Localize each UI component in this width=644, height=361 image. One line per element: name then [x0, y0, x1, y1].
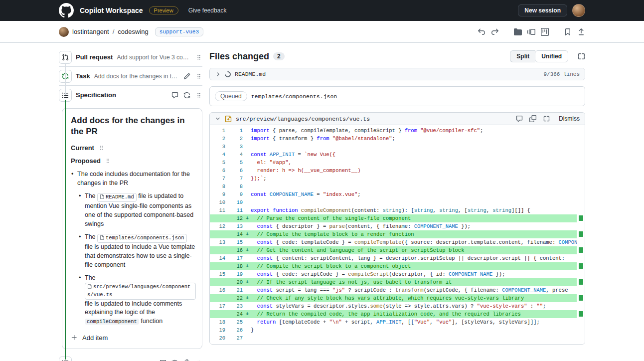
- diff-row-added: 24+ // Return the compiled code, the app…: [210, 310, 577, 318]
- ruler-added-mark: [579, 263, 583, 269]
- spec-bullet-item: The README.md file is updated to mention…: [78, 192, 196, 228]
- file-name: README.md: [235, 71, 266, 77]
- drag-handle-icon[interactable]: [195, 73, 202, 80]
- ruler-added-mark: [579, 215, 583, 221]
- spec-proposed-section[interactable]: Proposed: [71, 157, 196, 165]
- diff-row: 1926}: [210, 326, 577, 334]
- diff-row: 22import { transform } from "@babel/stan…: [210, 135, 577, 143]
- spec-bullet-list: The code includes documentation for the …: [71, 170, 196, 326]
- redo-icon[interactable]: [491, 28, 499, 36]
- specification-label: Specification: [76, 91, 116, 99]
- dismiss-button[interactable]: Dismiss: [559, 115, 580, 122]
- diff-row: 1519 const { code: scriptCode } = compil…: [210, 270, 577, 278]
- file-row-components-json[interactable]: Queued templates/components.json: [210, 87, 585, 106]
- diff-row: 1723 const styleVars = descriptor.styles…: [210, 302, 577, 310]
- unified-view-button[interactable]: Unified: [535, 50, 568, 62]
- top-bar: Copilot Workspace Preview Give feedback …: [0, 0, 644, 21]
- breadcrumb-owner-link[interactable]: lostintangent: [72, 28, 109, 35]
- copy-icon[interactable]: [529, 115, 536, 122]
- edit-task-icon[interactable]: [183, 73, 190, 80]
- main-layout: Pull request Add support for Vue 3 compo…: [59, 43, 585, 361]
- sidebar-item-plan[interactable]: Plan: [59, 354, 202, 361]
- queued-badge: Queued: [215, 91, 247, 101]
- give-feedback-link[interactable]: Give feedback: [188, 7, 227, 14]
- file-row-vue-ts[interactable]: src/preview/languages/components/vue.ts …: [210, 113, 585, 125]
- diff-editor[interactable]: 11import { parse, compileTemplate, compi…: [210, 125, 585, 344]
- diff-row: 88: [210, 182, 577, 190]
- expand-icon[interactable]: [543, 115, 550, 122]
- diff-row: 55 el: "#app",: [210, 159, 577, 167]
- file-name: templates/components.json: [251, 93, 337, 100]
- comment-icon[interactable]: [171, 92, 178, 99]
- diff-row: 2027: [210, 334, 577, 342]
- timeline-connector: [65, 63, 66, 95]
- share-icon[interactable]: [577, 28, 585, 36]
- breadcrumb-separator: /: [113, 28, 115, 35]
- file-diff-icon: [225, 115, 232, 122]
- file-card-vue-ts: src/preview/languages/components/vue.ts …: [209, 112, 585, 345]
- drag-handle-icon[interactable]: [195, 92, 202, 99]
- diff-row: 44const APP_INIT = `new Vue({: [210, 151, 577, 159]
- diff-row-added: 20+ // If the script language is not js,…: [210, 278, 577, 286]
- line-progress: 9/366 lines: [543, 71, 580, 77]
- pull-request-label: Pull request: [76, 53, 113, 61]
- file-chip[interactable]: src/preview/languages/components/vue.ts: [85, 283, 196, 300]
- diff-row: 1621 const script = lang === "js" ? scri…: [210, 286, 577, 294]
- current-label: Current: [71, 144, 94, 152]
- drag-handle-icon[interactable]: [195, 54, 202, 61]
- drag-handle-icon[interactable]: [105, 158, 111, 164]
- user-avatar[interactable]: [572, 4, 585, 17]
- ruler-added-mark: [579, 247, 583, 253]
- sidebar-item-pull-request[interactable]: Pull request Add support for Vue 3 compo…: [59, 48, 202, 66]
- diff-row: 1417 const { content: scriptContent, lan…: [210, 254, 577, 262]
- file-chip[interactable]: templates/components.json: [97, 234, 187, 243]
- file-chip[interactable]: README.md: [97, 193, 137, 202]
- ruler-added-mark: [579, 295, 583, 301]
- breadcrumb-repo-link[interactable]: codeswing: [118, 28, 148, 35]
- add-item-label: Add item: [82, 334, 108, 342]
- chevron-down-icon[interactable]: [215, 116, 221, 122]
- new-session-button[interactable]: New session: [518, 4, 567, 16]
- add-item-button[interactable]: Add item: [71, 334, 196, 342]
- fullscreen-icon[interactable]: [577, 52, 585, 60]
- specification-card: Add docs for the changes in the PR Curre…: [62, 108, 202, 349]
- files-changed-header: Files changed 2 Split Unified: [209, 48, 585, 65]
- branch-badge[interactable]: support-vue3: [155, 27, 203, 36]
- files-changed-count-badge: 2: [273, 52, 285, 60]
- sidebar-item-specification[interactable]: Specification: [59, 86, 202, 104]
- versions-icon[interactable]: [527, 28, 535, 36]
- preview-badge: Preview: [149, 6, 178, 14]
- diff-row: 77});`;: [210, 175, 577, 182]
- chevron-right-icon[interactable]: [215, 71, 221, 77]
- diff-row: 1213 const { descriptor } = parse(conten…: [210, 222, 577, 230]
- spec-title: Add docs for the changes in the PR: [71, 115, 196, 138]
- breadcrumb-bar: lostintangent / codeswing support-vue3: [0, 21, 644, 43]
- diff-row: 1010: [210, 198, 577, 206]
- diff-row-added: 14+ // Compile the template block to a r…: [210, 230, 577, 238]
- pull-request-summary: Add support for Vue 3 components: [117, 54, 191, 61]
- columns-layout-icon[interactable]: [541, 28, 549, 36]
- file-row-readme[interactable]: README.md 9/366 lines: [210, 68, 585, 80]
- split-view-button[interactable]: Split: [510, 50, 535, 62]
- regenerate-icon[interactable]: [183, 92, 190, 99]
- sidebar-item-task[interactable]: Task Add docs for the changes in the PR: [59, 67, 202, 85]
- ruler-added-mark: [579, 279, 583, 285]
- comment-icon[interactable]: [516, 115, 523, 122]
- file-card-readme: README.md 9/366 lines: [209, 68, 585, 80]
- diff-row-added: 18+ // Compile the script block to a com…: [210, 262, 577, 270]
- owner-avatar[interactable]: [59, 27, 69, 37]
- github-logo-icon[interactable]: [59, 3, 74, 18]
- spec-current-section[interactable]: Current: [71, 144, 196, 152]
- file-card-components-json: Queued templates/components.json: [209, 86, 585, 106]
- bookmark-icon[interactable]: [564, 28, 572, 36]
- spec-bullet-item: The templates/components.json file is up…: [78, 233, 196, 269]
- ruler-added-mark: [579, 311, 583, 317]
- folder-icon[interactable]: [514, 28, 522, 36]
- undo-icon[interactable]: [478, 28, 485, 36]
- task-label: Task: [76, 72, 90, 80]
- diff-row: 1825 return [templateCode + "\n" + scrip…: [210, 318, 577, 326]
- diff-row-added: 22+ // Check if any style block has vars…: [210, 294, 577, 302]
- progress-spinner-icon: [224, 70, 232, 78]
- drag-handle-icon[interactable]: [98, 145, 105, 151]
- diff-row: 1111export function compileComponent(con…: [210, 206, 577, 214]
